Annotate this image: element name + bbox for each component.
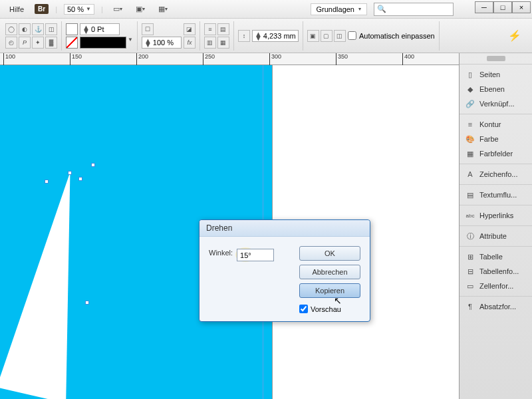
panel-collapse-grip[interactable] [487,56,505,61]
chevron-down-icon: ▼ [128,37,133,49]
view-options-icon[interactable]: ▭▾ [110,3,126,16]
panel-dock: ▯Seiten ◆Ebenen 🔗Verknüpf... ≡Kontur 🎨Fa… [459,53,532,399]
search-icon: 🔍 [377,5,386,13]
shadow-icon[interactable]: ◪ [184,23,196,35]
stroke-style[interactable] [80,37,126,49]
search-input[interactable]: 🔍 [374,3,454,16]
preview-check[interactable] [299,305,308,313]
panel-zeichenfo[interactable]: AZeichenfo... [460,167,532,182]
paragraph-icon: ¶ [465,302,475,311]
color-icon: 🎨 [465,134,475,144]
ruler-tick: 200 [136,53,148,65]
close-button[interactable]: × [512,1,531,13]
menu-help[interactable]: Hilfe [5,4,28,15]
quick-apply-icon[interactable]: ⚡ [508,29,521,42]
window-controls: ─ □ × [475,1,531,13]
stroke-weight-value: 0 Pt [91,25,104,33]
selection-handle[interactable] [68,171,72,175]
ruler-tick: 150 [70,53,82,65]
table-icon: ⊞ [465,252,475,261]
zoom-dropdown[interactable]: 50 % ▼ [64,4,94,15]
selection-handle[interactable] [45,180,49,184]
triangle-shape[interactable] [0,167,117,399]
autofit-check[interactable] [348,31,356,40]
opacity-field[interactable]: ▲▼ 100 % [142,37,182,49]
panel-hyperlinks[interactable]: abcHyperlinks [460,208,532,223]
bridge-badge[interactable]: Br [35,4,49,14]
maximize-button[interactable]: □ [493,1,512,13]
ruler-tick: 250 [203,53,215,65]
measure-icon[interactable]: ↕ [238,30,250,42]
copy-button[interactable]: Kopieren [299,283,360,298]
measure-value: 4,233 mm [263,32,296,40]
textwrap-icon: ▤ [465,190,475,200]
fill-swatch[interactable] [66,23,78,35]
cancel-button[interactable]: Abbrechen [299,265,360,279]
char-icon: A [465,170,475,179]
measure-field[interactable]: ▲▼ 4,233 mm [252,30,299,42]
tool-icon[interactable]: ◴ [5,37,17,49]
stroke-swatch[interactable] [66,37,78,49]
ok-button[interactable]: OK [299,246,360,261]
panel-attribute[interactable]: ⓘAttribute [460,229,532,243]
selection-handle[interactable] [85,301,89,305]
panel-tabelle[interactable]: ⊞Tabelle [460,249,532,264]
ruler-tick: 400 [402,53,414,65]
fx-icon[interactable]: fx [184,37,196,49]
minimize-button[interactable]: ─ [475,1,493,13]
wrap-icon[interactable]: ▥ [204,37,216,49]
dialog-title: Drehen [200,220,370,237]
pages-icon: ▯ [465,70,475,79]
panel-verknuepf[interactable]: 🔗Verknüpf... [460,96,532,111]
panel-farbfelder[interactable]: ▦Farbfelder [460,146,532,161]
layers-icon: ◆ [465,84,475,94]
cell-format-icon: ▭ [465,281,475,291]
workspace-value: Grundlagen [317,5,355,13]
tool-icon[interactable]: ◐ [19,23,31,35]
tool-icon[interactable]: ◯ [5,23,17,35]
effects-icon[interactable]: ☐ [142,23,154,35]
arrange-icon[interactable]: ▦▾ [155,3,171,16]
wrap-icon[interactable]: ▤ [217,23,229,35]
links-icon: 🔗 [465,99,475,108]
panel-farbe[interactable]: 🎨Farbe [460,132,532,146]
ruler-tick: 350 [336,53,348,65]
panel-absatzfor[interactable]: ¶Absatzfor... [460,299,532,314]
transform-tools: ◯ ◐ ⚓ ◫ ◴ P ✦ ▓ [5,23,57,49]
fit-icon[interactable]: ▣ [307,30,319,42]
angle-label: Winkel: [209,249,233,257]
anchor-icon[interactable]: ⚓ [32,23,44,35]
fit-icon[interactable]: ▢ [321,30,332,42]
rotate-dialog: Drehen Winkel: OK Abbrechen Kopieren Vor… [199,219,370,322]
chevron-down-icon: ▼ [86,6,91,12]
ruler-tick: 300 [269,53,281,65]
wrap-icon[interactable]: ≡ [204,23,216,35]
panel-ebenen[interactable]: ◆Ebenen [460,82,532,96]
selection-handle[interactable] [91,163,95,167]
fit-icon[interactable]: ◫ [334,30,346,42]
stroke-weight-field[interactable]: ▲▼ 0 Pt [80,23,120,35]
tool-icon[interactable]: ▓ [45,37,57,49]
autofit-checkbox[interactable]: Automatisch einpassen [348,31,435,40]
panel-zellenfor[interactable]: ▭Zellenfor... [460,279,532,293]
stroke-icon: ≡ [465,120,475,129]
scale-icon[interactable]: ◫ [45,23,57,35]
ruler-tick: 100 [3,53,15,65]
swatches-icon: ▦ [465,149,475,158]
type-path-icon[interactable]: P [19,37,31,49]
panel-kontur[interactable]: ≡Kontur [460,117,532,132]
panel-tabellenfo[interactable]: ⊟Tabellenfo... [460,264,532,279]
angle-input[interactable] [237,249,274,261]
preview-checkbox[interactable]: Vorschau [299,305,360,313]
control-bar: ◯ ◐ ⚓ ◫ ◴ P ✦ ▓ ▲▼ 0 Pt ▼ ☐ [0,19,532,53]
screen-mode-icon[interactable]: ▣▾ [132,3,148,16]
wrap-icon[interactable]: ▦ [217,37,229,49]
table-format-icon: ⊟ [465,267,475,276]
rotation-center[interactable] [78,177,82,181]
panel-textumflu[interactable]: ▤Textumflu... [460,188,532,202]
panel-seiten[interactable]: ▯Seiten [460,67,532,82]
workspace-dropdown[interactable]: Grundlagen ▾ [311,3,368,15]
menubar: Hilfe Br | 50 % ▼ | ▭▾ ▣▾ ▦▾ Grundlagen … [0,0,532,19]
zoom-value: 50 % [67,5,84,13]
tool-icon[interactable]: ✦ [32,37,44,49]
